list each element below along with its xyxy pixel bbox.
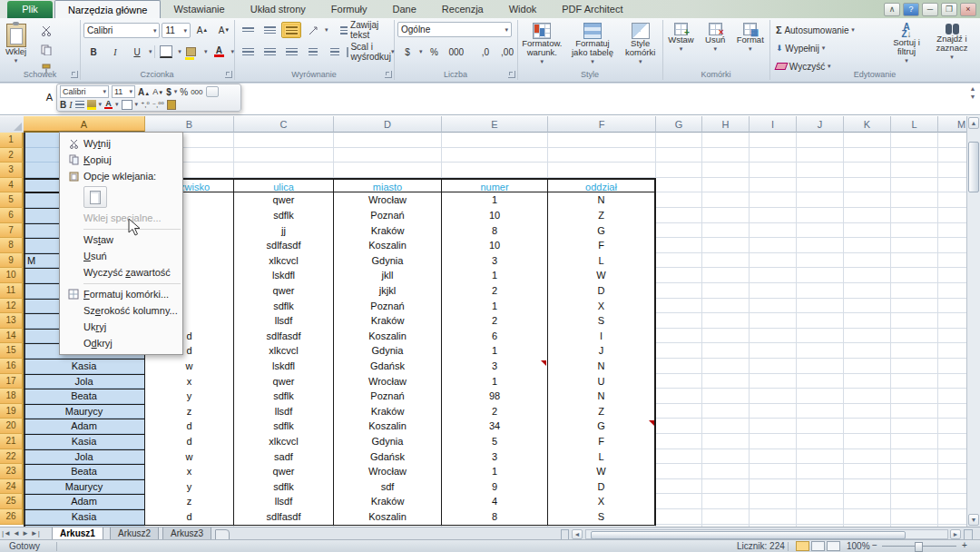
mini-font-select[interactable]: Calibri▾ [60, 85, 109, 98]
restore-button[interactable]: ❐ [941, 3, 957, 16]
cell-C19[interactable]: llsdf [234, 404, 334, 420]
cell-D22[interactable]: Gdańsk [334, 449, 442, 466]
cell-B26[interactable]: d [145, 509, 234, 526]
tab-narz-dzia-g-wne[interactable]: Narzędzia główne [54, 0, 161, 18]
cell-E25[interactable]: 4 [442, 494, 548, 510]
cell-F16[interactable]: N [548, 359, 656, 375]
row-header-18[interactable]: 18 [0, 389, 24, 404]
cell-C7[interactable]: jj [234, 223, 334, 240]
cell-A20[interactable]: Adam [24, 419, 145, 435]
align-center-button[interactable] [260, 44, 279, 60]
vertical-scroll-thumb[interactable] [968, 142, 979, 192]
cell-C12[interactable]: sdflk [234, 299, 334, 315]
cell-C5[interactable]: qwer [234, 192, 334, 209]
delete-cells-button[interactable]: × Usuń▾ [705, 20, 725, 69]
mini-thousands[interactable]: 000 [191, 88, 202, 96]
underline-button[interactable]: U [127, 44, 147, 60]
align-bottom-button[interactable] [281, 22, 301, 38]
copy-button[interactable] [36, 42, 56, 58]
cell-A22[interactable]: Jola [24, 449, 145, 466]
find-select-button[interactable]: Znajdź i zaznacz▾ [931, 21, 973, 62]
tab-wstawianie[interactable]: Wstawianie [161, 0, 237, 17]
sort-filter-button[interactable]: AZ↓ Sortuj i filtruj▾ [886, 21, 927, 65]
cell-E10[interactable]: 1 [442, 268, 548, 284]
menu-item-odkryj[interactable]: Odkryj [60, 335, 182, 351]
sheet-tab-arkusz3[interactable]: Arkusz3 [162, 527, 211, 540]
cell-B23[interactable]: x [145, 464, 234, 480]
tab-formu-y[interactable]: Formuły [318, 0, 380, 17]
cell-D13[interactable]: Kraków [334, 313, 442, 330]
cell-C22[interactable]: sadf [234, 449, 334, 466]
percent-button[interactable]: % [425, 44, 445, 60]
cell-B18[interactable]: y [145, 389, 234, 405]
menu-item-usu[interactable]: Usuń [60, 248, 182, 264]
mini-shrink-font[interactable]: A▼ [152, 87, 163, 96]
cell-F10[interactable]: W [548, 268, 656, 284]
column-header-h[interactable]: H [702, 116, 750, 133]
column-header-j[interactable]: J [797, 116, 844, 133]
column-header-i[interactable]: I [750, 116, 797, 133]
column-header-f[interactable]: F [548, 116, 656, 133]
cell-E22[interactable]: 3 [442, 449, 548, 466]
row-header-1[interactable]: 1 [0, 133, 24, 148]
cell-E15[interactable]: 1 [442, 343, 548, 360]
zoom-out-button[interactable]: − [872, 540, 877, 550]
increase-decimal-button[interactable]: ,0 [475, 44, 495, 60]
tab-dane[interactable]: Dane [380, 0, 429, 17]
format-as-table-button[interactable]: Formatuj jako tabelę▾ [568, 20, 617, 69]
cell-F21[interactable]: F [548, 434, 656, 450]
cell-B16[interactable]: w [145, 359, 234, 375]
cell-E18[interactable]: 98 [442, 389, 548, 405]
cell-D25[interactable]: Kraków [334, 494, 442, 510]
mini-table-icon[interactable] [206, 86, 219, 97]
row-header-5[interactable]: 5 [0, 192, 24, 208]
cell-A24[interactable]: Maurycy [24, 479, 145, 496]
cell-C17[interactable]: qwer [234, 374, 334, 390]
menu-item-formatuj-kom-rki[interactable]: Formatuj komórki... [60, 286, 182, 302]
cell-D21[interactable]: Gdynia [334, 434, 442, 450]
row-header-9[interactable]: 9 [0, 253, 24, 269]
mini-dec-decimal[interactable]: ⁻,⁰⁰ [152, 101, 164, 109]
cell-E19[interactable]: 2 [442, 404, 548, 420]
tab-uk-ad-strony[interactable]: Układ strony [238, 0, 318, 17]
mini-fill-color[interactable] [87, 100, 96, 110]
column-header-m[interactable]: M [938, 116, 967, 133]
cell-E7[interactable]: 8 [442, 223, 548, 240]
cell-A17[interactable]: Jola [24, 374, 145, 390]
cell-C16[interactable]: lskdfl [234, 359, 334, 375]
cell-E23[interactable]: 1 [442, 464, 548, 480]
cell-F24[interactable]: D [548, 479, 656, 496]
cell-C20[interactable]: sdflk [234, 419, 334, 435]
column-header-e[interactable]: E [442, 116, 548, 133]
paste-button[interactable]: Wklej ▾ [5, 21, 26, 65]
thousands-button[interactable]: 000 [446, 44, 467, 60]
align-left-button[interactable] [238, 44, 258, 60]
cell-C26[interactable]: sdlfasdf [234, 509, 334, 526]
cell-A16[interactable]: Kasia [24, 359, 145, 375]
zoom-slider-thumb[interactable] [915, 542, 923, 552]
font-size-select[interactable]: 11▾ [162, 23, 191, 38]
cell-styles-button[interactable]: Style komórki▾ [620, 20, 662, 69]
column-header-l[interactable]: L [891, 116, 938, 133]
cell-F26[interactable]: S [548, 509, 656, 526]
ribbon-collapse-button[interactable]: ∧ [884, 3, 900, 16]
cell-D7[interactable]: Kraków [334, 223, 442, 240]
row-header-8[interactable]: 8 [0, 238, 24, 253]
cell-D8[interactable]: Koszalin [334, 238, 442, 254]
increase-indent-button[interactable] [325, 44, 345, 60]
alignment-dialog-launcher[interactable] [385, 71, 392, 78]
menu-item-wyczy-zawarto[interactable]: Wyczyść zawartość [60, 264, 182, 281]
menu-item-szeroko-kolumny[interactable]: Szerokość kolumny... [60, 302, 182, 319]
cell-D24[interactable]: sdf [334, 479, 442, 496]
cell-F25[interactable]: X [548, 494, 656, 510]
cell-F19[interactable]: Z [548, 404, 656, 420]
row-header-20[interactable]: 20 [0, 419, 24, 434]
column-header-k[interactable]: K [844, 116, 891, 133]
borders-button[interactable] [156, 44, 176, 60]
cell-F20[interactable]: G [548, 419, 656, 435]
column-header-b[interactable]: B [145, 116, 234, 133]
cell-E12[interactable]: 1 [442, 299, 548, 315]
column-header-d[interactable]: D [334, 116, 442, 133]
menu-item-opcje-wklejania[interactable]: Opcje wklejania: [60, 168, 182, 184]
mini-italic[interactable]: I [69, 100, 72, 110]
